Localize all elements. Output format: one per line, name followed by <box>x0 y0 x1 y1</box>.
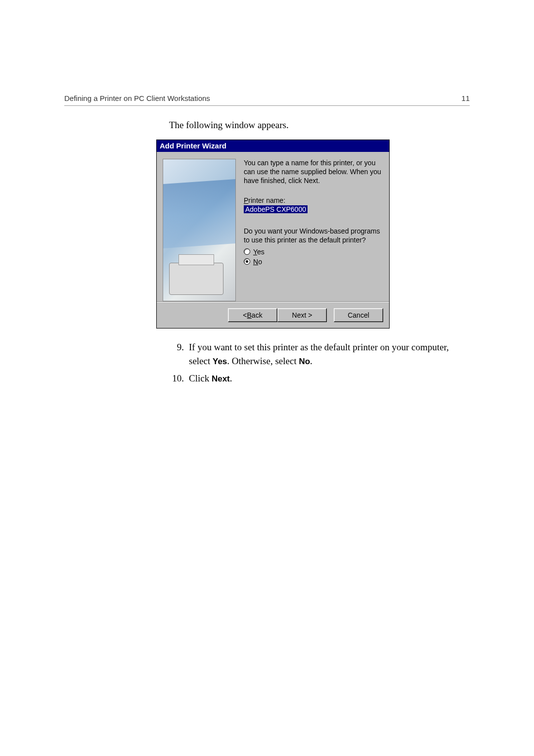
wizard-sidebar-image <box>163 159 236 301</box>
dialog-button-row: < Back Next > Cancel <box>157 302 389 328</box>
page-header: Defining a Printer on PC Client Workstat… <box>64 94 470 106</box>
printer-name-input[interactable]: AdobePS CXP6000 <box>244 205 308 213</box>
page-number: 11 <box>461 94 470 102</box>
step-body: Click Next. <box>189 372 470 385</box>
dialog-description: You can type a name for this printer, or… <box>244 159 381 186</box>
radio-icon <box>244 248 250 255</box>
intro-text: The following window appears. <box>169 120 470 131</box>
back-button[interactable]: < Back <box>228 308 277 322</box>
cancel-button[interactable]: Cancel <box>334 308 383 322</box>
step-number: 10. <box>169 372 184 385</box>
radio-no-label: No <box>253 258 262 266</box>
step-body: If you want to set this printer as the d… <box>189 340 470 368</box>
dialog-titlebar: Add Printer Wizard <box>157 140 389 152</box>
printer-name-label: Printer name: <box>244 196 381 204</box>
radio-no[interactable]: No <box>244 258 381 266</box>
step-9: 9. If you want to set this printer as th… <box>169 340 470 368</box>
add-printer-wizard-dialog: Add Printer Wizard You can type a name f… <box>156 140 390 329</box>
next-button[interactable]: Next > <box>277 308 327 322</box>
header-title: Defining a Printer on PC Client Workstat… <box>64 94 210 102</box>
default-printer-question: Do you want your Windows-based programs … <box>244 227 381 245</box>
radio-yes-label: Yes <box>253 248 265 256</box>
step-number: 9. <box>169 340 184 368</box>
step-10: 10. Click Next. <box>169 372 470 385</box>
radio-icon <box>244 258 250 265</box>
radio-yes[interactable]: Yes <box>244 248 381 256</box>
